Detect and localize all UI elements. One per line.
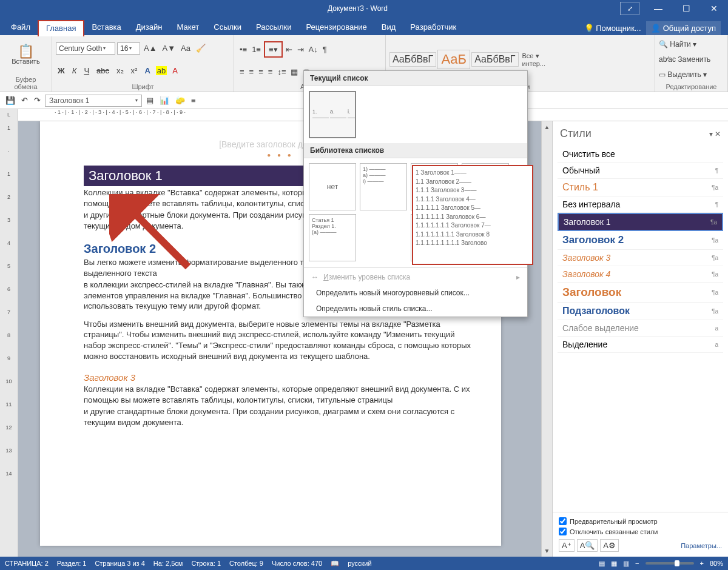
minimize-button[interactable]: —: [644, 0, 672, 17]
list-preview-current[interactable]: 1. ——— a. ——— i. ———: [309, 91, 356, 138]
style-gallery-item[interactable]: АаБ: [437, 50, 470, 69]
font-name-select[interactable]: Century Goth▾: [56, 42, 115, 55]
qat-icon[interactable]: 📊: [158, 95, 171, 106]
list-preview-highlighted[interactable]: 1 Заголовок 1——1.1 Заголовок 2——1.1.1 За…: [412, 165, 533, 265]
style-item[interactable]: Заголовок 3¶a: [558, 250, 723, 266]
font-size-select[interactable]: 16▾: [117, 42, 140, 55]
shading-icon[interactable]: ▦: [289, 66, 300, 78]
style-item[interactable]: Заголовок 4¶a: [558, 266, 723, 283]
bold-button[interactable]: Ж: [56, 65, 67, 76]
superscript-button[interactable]: x²: [129, 65, 140, 76]
status-line[interactable]: Строка: 1: [191, 560, 221, 567]
status-language[interactable]: русский: [348, 560, 371, 567]
style-item[interactable]: Стиль 1¶a: [558, 179, 723, 196]
show-marks-icon[interactable]: ¶: [321, 44, 329, 55]
style-item[interactable]: Заголовок 2¶a: [558, 231, 723, 250]
preview-checkbox[interactable]: Предварительный просмотр: [559, 517, 722, 525]
style-inspector-icon[interactable]: A🔍: [577, 539, 598, 552]
status-page[interactable]: СТРАНИЦА: 2: [5, 560, 49, 567]
style-gallery-item[interactable]: АаБбВвГ: [389, 52, 436, 67]
style-item[interactable]: Подзаголовок¶a: [558, 303, 723, 320]
style-item[interactable]: Выделениеa: [558, 337, 723, 353]
subscript-button[interactable]: x₂: [115, 65, 126, 76]
numbering-icon[interactable]: 1≡: [250, 44, 263, 55]
style-item[interactable]: Слабое выделениеa: [558, 320, 723, 337]
text-effects-icon[interactable]: A: [143, 65, 152, 76]
styles-drop-icon[interactable]: ▾ ✕: [709, 130, 721, 138]
save-icon[interactable]: 💾: [4, 95, 17, 106]
select-button[interactable]: ▭ Выделить ▾: [659, 70, 724, 79]
shrink-font-icon[interactable]: A▼: [161, 42, 178, 54]
highlight-icon[interactable]: ab: [156, 66, 167, 75]
style-clear-all[interactable]: Очистить все: [558, 146, 723, 163]
tab-layout[interactable]: Макет: [169, 19, 206, 35]
status-word-count[interactable]: Число слов: 470: [272, 560, 322, 567]
tab-mailings[interactable]: Рассылки: [249, 19, 298, 35]
clear-format-icon[interactable]: 🧹: [194, 42, 207, 54]
tab-review[interactable]: Рецензирование: [298, 19, 374, 35]
share-button[interactable]: 👤 Общий доступ: [646, 21, 721, 35]
zoom-slider[interactable]: [645, 562, 694, 565]
align-left-icon[interactable]: ≡: [238, 66, 246, 78]
italic-button[interactable]: К: [70, 65, 79, 76]
change-case-icon[interactable]: Aa: [179, 42, 192, 54]
style-gallery-item[interactable]: АаБбВвГ: [471, 52, 518, 67]
qat-icon[interactable]: ▤: [144, 95, 155, 106]
zoom-level[interactable]: 80%: [710, 560, 723, 567]
font-color-icon[interactable]: A: [170, 65, 180, 76]
redo-icon[interactable]: ↷: [32, 95, 42, 106]
line-spacing-icon[interactable]: ↕≡: [275, 66, 288, 78]
define-new-multilevel-menu[interactable]: Определить новый многоуровневый список..…: [304, 285, 527, 301]
tab-view[interactable]: Вид: [374, 19, 403, 35]
status-column[interactable]: Столбец: 9: [229, 560, 263, 567]
maximize-button[interactable]: ☐: [672, 0, 700, 17]
decrease-indent-icon[interactable]: ⇤: [284, 44, 294, 55]
status-section[interactable]: Раздел: 1: [57, 560, 87, 567]
tell-me[interactable]: 💡 Помощник...: [584, 24, 641, 33]
status-position[interactable]: На: 2,5см: [153, 560, 183, 567]
view-print-icon[interactable]: ▦: [611, 560, 617, 568]
qat-icon[interactable]: ≡: [189, 95, 198, 106]
heading-3[interactable]: Заголовок 3: [84, 372, 477, 383]
ruler-vertical[interactable]: 1·1234567891011121314: [0, 121, 18, 557]
disable-linked-checkbox[interactable]: Отключить связанные стили: [559, 528, 722, 535]
tab-developer[interactable]: Разработчик: [403, 19, 463, 35]
sort-icon[interactable]: A↓: [307, 44, 320, 55]
view-web-icon[interactable]: ▥: [623, 560, 629, 568]
status-page-of[interactable]: Страница 3 из 4: [95, 560, 144, 567]
tab-file[interactable]: Файл: [4, 19, 38, 35]
status-spellcheck-icon[interactable]: 📖: [331, 560, 339, 568]
new-style-icon[interactable]: A⁺: [559, 539, 575, 552]
style-item[interactable]: Заголовок 1¶a: [558, 213, 723, 231]
grow-font-icon[interactable]: A▲: [142, 42, 159, 54]
list-preview[interactable]: 1) ———a) ———i) ———: [360, 163, 407, 210]
ribbon-display-icon[interactable]: ⤢: [620, 2, 639, 15]
style-item[interactable]: Без интервала¶: [558, 196, 723, 213]
close-button[interactable]: ✕: [700, 0, 728, 17]
style-item[interactable]: Заголовок¶a: [558, 283, 723, 303]
increase-indent-icon[interactable]: ⇥: [295, 44, 306, 55]
paste-button[interactable]: 📋 Вставить: [10, 45, 42, 66]
tab-insert[interactable]: Вставка: [84, 19, 128, 35]
styles-all[interactable]: Все ▾: [522, 52, 546, 60]
justify-icon[interactable]: ≡: [266, 66, 275, 78]
view-read-icon[interactable]: ▤: [599, 560, 605, 568]
align-right-icon[interactable]: ≡: [257, 66, 265, 78]
qat-icon[interactable]: 🧽: [174, 95, 187, 106]
underline-button[interactable]: Ч: [82, 65, 91, 76]
tab-references[interactable]: Ссылки: [206, 19, 249, 35]
style-item[interactable]: Обычный¶: [558, 163, 723, 179]
define-new-list-style-menu[interactable]: Определить новый стиль списка...: [304, 301, 527, 317]
bullets-icon[interactable]: •≡: [238, 44, 249, 55]
find-button[interactable]: 🔍 Найти ▾: [659, 40, 724, 49]
tab-design[interactable]: Дизайн: [129, 19, 170, 35]
align-center-icon[interactable]: ≡: [248, 66, 256, 78]
undo-icon[interactable]: ↶: [19, 95, 30, 106]
tab-home[interactable]: Главная: [38, 20, 84, 36]
manage-styles-icon[interactable]: A⚙: [600, 539, 619, 552]
list-preview-none[interactable]: нет: [309, 163, 356, 210]
replace-button[interactable]: ab⁄ac Заменить: [659, 55, 724, 64]
strike-button[interactable]: abc: [95, 65, 111, 76]
vertical-scrollbar[interactable]: ▲▼: [541, 121, 552, 557]
zoom-in-button[interactable]: +: [700, 560, 704, 567]
